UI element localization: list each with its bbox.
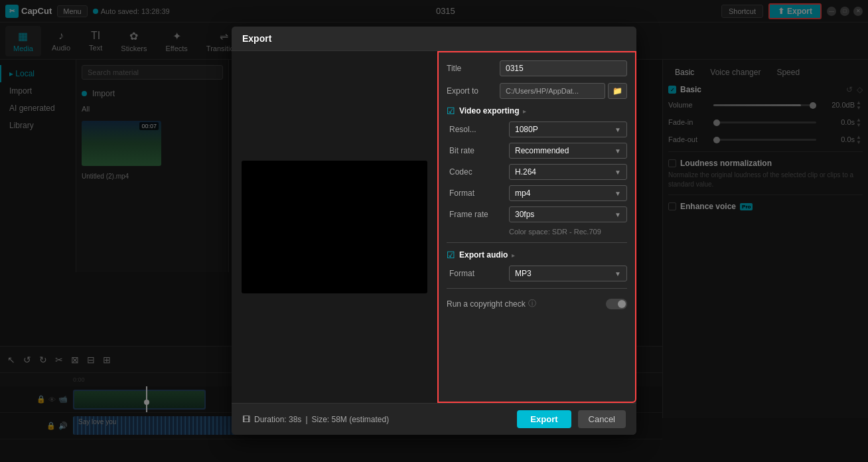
- audio-section-arrow[interactable]: ▸: [512, 252, 515, 259]
- audio-format-arrow: ▼: [615, 270, 621, 277]
- footer-separator: |: [305, 415, 307, 424]
- format-label: Format: [449, 189, 509, 198]
- audio-section-label: Export audio: [459, 250, 508, 260]
- format-value: mp4: [515, 189, 530, 198]
- copyright-row: Run a copyright check ⓘ: [447, 295, 627, 312]
- copyright-toggle[interactable]: [606, 299, 627, 309]
- audio-format-label: Format: [449, 269, 509, 278]
- modal-body: Title Export to 📁 ☑ Video exporting ▸: [232, 51, 636, 403]
- copyright-divider: [447, 288, 627, 289]
- modal-footer: 🎞 Duration: 38s | Size: 58M (estimated) …: [232, 403, 636, 435]
- framerate-label: Frame rate: [449, 210, 509, 219]
- format-row: Format mp4 ▼: [447, 185, 627, 201]
- export-to-label: Export to: [447, 86, 500, 96]
- framerate-arrow: ▼: [615, 211, 621, 218]
- section-divider: [447, 242, 627, 243]
- bitrate-label: Bit rate: [449, 146, 509, 155]
- title-label: Title: [447, 64, 500, 73]
- export-confirm-button[interactable]: Export: [517, 410, 571, 428]
- codec-arrow: ▼: [615, 169, 621, 176]
- framerate-row: Frame rate 30fps ▼: [447, 206, 627, 222]
- audio-format-row: Format MP3 ▼: [447, 266, 627, 281]
- codec-value: H.264: [515, 167, 536, 177]
- modal-preview: [232, 51, 437, 403]
- codec-label: Codec: [449, 167, 509, 177]
- bitrate-value: Recommended: [515, 146, 569, 155]
- bitrate-select[interactable]: Recommended ▼: [509, 143, 627, 159]
- framerate-select[interactable]: 30fps ▼: [509, 206, 627, 222]
- resolution-row: Resol... 1080P ▼: [447, 121, 627, 137]
- format-select[interactable]: mp4 ▼: [509, 185, 627, 201]
- copyright-label: Run a copyright check ⓘ: [447, 298, 536, 309]
- modal-header: Export: [232, 27, 636, 51]
- audio-section-header: ☑ Export audio ▸: [447, 250, 627, 260]
- video-section-label: Video exporting: [459, 106, 519, 116]
- title-input[interactable]: [500, 60, 627, 76]
- audio-check-icon: ☑: [447, 250, 455, 260]
- copyright-text: Run a copyright check: [447, 299, 526, 309]
- cancel-button[interactable]: Cancel: [578, 410, 626, 428]
- film-icon: 🎞: [242, 415, 250, 424]
- export-to-row: Export to 📁: [447, 83, 627, 99]
- preview-black: [242, 161, 427, 293]
- footer-size: Size: 58M (estimated): [312, 415, 390, 424]
- footer-info: 🎞 Duration: 38s | Size: 58M (estimated): [242, 415, 389, 424]
- audio-format-select[interactable]: MP3 ▼: [509, 266, 627, 281]
- resolution-arrow: ▼: [615, 126, 621, 133]
- browse-button[interactable]: 📁: [608, 83, 627, 99]
- video-check-icon: ☑: [447, 106, 455, 116]
- color-space-text: Color space: SDR - Rec.709: [447, 228, 627, 236]
- resolution-select[interactable]: 1080P ▼: [509, 121, 627, 137]
- modal-settings: Title Export to 📁 ☑ Video exporting ▸: [437, 51, 636, 403]
- export-modal: Export Title Export to 📁: [232, 27, 636, 435]
- footer-duration: Duration: 38s: [254, 415, 301, 424]
- codec-select[interactable]: H.264 ▼: [509, 164, 627, 180]
- copyright-info-icon: ⓘ: [528, 298, 536, 309]
- video-section-arrow[interactable]: ▸: [523, 108, 526, 115]
- framerate-value: 30fps: [515, 210, 534, 219]
- resolution-value: 1080P: [515, 125, 538, 134]
- export-path-input[interactable]: [500, 83, 605, 99]
- resolution-label: Resol...: [449, 125, 509, 134]
- footer-buttons: Export Cancel: [517, 410, 626, 428]
- export-path-group: 📁: [500, 83, 627, 99]
- title-row: Title: [447, 60, 627, 76]
- audio-format-value: MP3: [515, 269, 532, 278]
- format-arrow: ▼: [615, 190, 621, 197]
- modal-overlay: Export Title Export to 📁: [0, 0, 868, 462]
- bitrate-row: Bit rate Recommended ▼: [447, 143, 627, 159]
- toggle-thumb: [618, 300, 626, 308]
- modal-title: Export: [242, 33, 271, 44]
- video-section-header: ☑ Video exporting ▸: [447, 106, 627, 116]
- codec-row: Codec H.264 ▼: [447, 164, 627, 180]
- bitrate-arrow: ▼: [615, 147, 621, 155]
